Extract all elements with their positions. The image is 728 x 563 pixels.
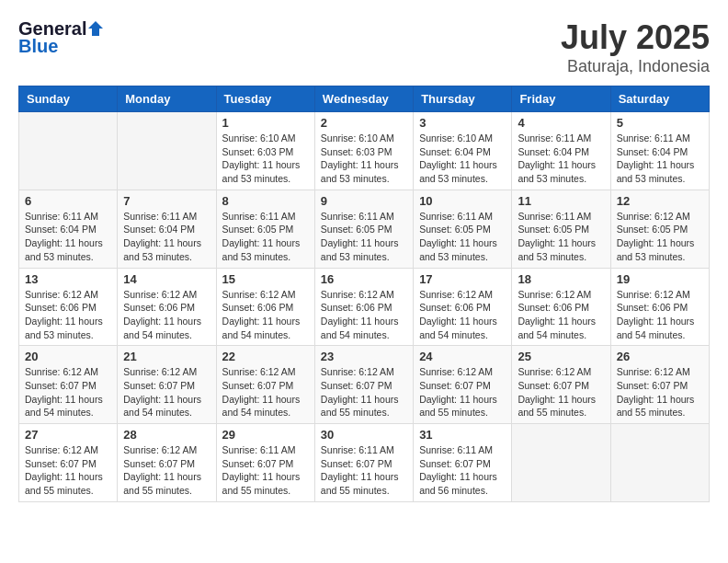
calendar-cell: [118, 112, 216, 190]
weekday-header: Wednesday: [314, 86, 413, 112]
svg-marker-0: [88, 21, 103, 36]
day-number: 26: [617, 350, 703, 363]
day-info: Sunrise: 6:12 AM Sunset: 6:07 PM Dayligh…: [123, 365, 210, 419]
day-info: Sunrise: 6:11 AM Sunset: 6:05 PM Dayligh…: [321, 210, 407, 264]
calendar-cell: 22Sunrise: 6:12 AM Sunset: 6:07 PM Dayli…: [216, 346, 314, 424]
weekday-header: Friday: [512, 86, 610, 112]
calendar-cell: 26Sunrise: 6:12 AM Sunset: 6:07 PM Dayli…: [610, 346, 709, 424]
day-number: 20: [25, 350, 111, 363]
day-number: 2: [321, 116, 407, 130]
calendar-cell: 2Sunrise: 6:10 AM Sunset: 6:03 PM Daylig…: [314, 112, 413, 190]
day-info: Sunrise: 6:12 AM Sunset: 6:06 PM Dayligh…: [222, 288, 309, 342]
calendar-cell: 4Sunrise: 6:11 AM Sunset: 6:04 PM Daylig…: [512, 112, 610, 190]
logo-blue-text: Blue: [18, 36, 103, 57]
day-number: 6: [25, 194, 111, 208]
day-info: Sunrise: 6:12 AM Sunset: 6:07 PM Dayligh…: [321, 365, 407, 419]
calendar-cell: 16Sunrise: 6:12 AM Sunset: 6:06 PM Dayli…: [314, 268, 413, 346]
day-info: Sunrise: 6:11 AM Sunset: 6:07 PM Dayligh…: [419, 443, 506, 498]
day-number: 31: [419, 428, 506, 442]
day-info: Sunrise: 6:12 AM Sunset: 6:07 PM Dayligh…: [25, 443, 111, 498]
day-number: 27: [25, 428, 111, 442]
page-header: General Blue July 2025 Baturaja, Indones…: [18, 18, 710, 76]
day-info: Sunrise: 6:11 AM Sunset: 6:07 PM Dayligh…: [321, 443, 407, 498]
day-info: Sunrise: 6:12 AM Sunset: 6:07 PM Dayligh…: [222, 365, 309, 419]
day-info: Sunrise: 6:11 AM Sunset: 6:04 PM Dayligh…: [518, 132, 604, 186]
day-number: 22: [222, 350, 309, 363]
calendar-cell: 28Sunrise: 6:12 AM Sunset: 6:07 PM Dayli…: [118, 424, 216, 502]
weekday-header: Sunday: [19, 86, 118, 112]
calendar-cell: 20Sunrise: 6:12 AM Sunset: 6:07 PM Dayli…: [19, 346, 118, 424]
day-info: Sunrise: 6:12 AM Sunset: 6:06 PM Dayligh…: [518, 288, 604, 342]
day-number: 12: [617, 194, 703, 208]
day-info: Sunrise: 6:11 AM Sunset: 6:04 PM Dayligh…: [617, 132, 703, 186]
calendar-cell: 6Sunrise: 6:11 AM Sunset: 6:04 PM Daylig…: [19, 190, 118, 268]
calendar-cell: 10Sunrise: 6:11 AM Sunset: 6:05 PM Dayli…: [414, 190, 512, 268]
day-info: Sunrise: 6:12 AM Sunset: 6:06 PM Dayligh…: [419, 288, 506, 342]
calendar-title: July 2025: [561, 18, 710, 57]
weekday-header: Saturday: [610, 86, 709, 112]
day-info: Sunrise: 6:12 AM Sunset: 6:06 PM Dayligh…: [123, 288, 210, 342]
calendar-week-row: 6Sunrise: 6:11 AM Sunset: 6:04 PM Daylig…: [19, 190, 710, 268]
day-number: 4: [518, 116, 604, 130]
day-info: Sunrise: 6:11 AM Sunset: 6:07 PM Dayligh…: [222, 443, 309, 498]
day-number: 3: [419, 116, 506, 130]
day-number: 1: [222, 116, 309, 130]
day-info: Sunrise: 6:10 AM Sunset: 6:03 PM Dayligh…: [222, 132, 309, 186]
day-info: Sunrise: 6:11 AM Sunset: 6:04 PM Dayligh…: [123, 210, 210, 264]
day-info: Sunrise: 6:10 AM Sunset: 6:04 PM Dayligh…: [419, 132, 506, 186]
day-number: 14: [123, 272, 210, 286]
day-info: Sunrise: 6:11 AM Sunset: 6:05 PM Dayligh…: [222, 210, 309, 264]
calendar-cell: 18Sunrise: 6:12 AM Sunset: 6:06 PM Dayli…: [512, 268, 610, 346]
day-info: Sunrise: 6:12 AM Sunset: 6:05 PM Dayligh…: [617, 210, 703, 264]
calendar-cell: 7Sunrise: 6:11 AM Sunset: 6:04 PM Daylig…: [118, 190, 216, 268]
calendar-week-row: 13Sunrise: 6:12 AM Sunset: 6:06 PM Dayli…: [19, 268, 710, 346]
calendar-table: SundayMondayTuesdayWednesdayThursdayFrid…: [18, 86, 710, 502]
calendar-cell: 1Sunrise: 6:10 AM Sunset: 6:03 PM Daylig…: [216, 112, 314, 190]
day-number: 16: [321, 272, 407, 286]
day-number: 9: [321, 194, 407, 208]
calendar-cell: 21Sunrise: 6:12 AM Sunset: 6:07 PM Dayli…: [118, 346, 216, 424]
calendar-cell: 24Sunrise: 6:12 AM Sunset: 6:07 PM Dayli…: [414, 346, 512, 424]
day-number: 24: [419, 350, 506, 363]
day-number: 10: [419, 194, 506, 208]
day-info: Sunrise: 6:11 AM Sunset: 6:05 PM Dayligh…: [419, 210, 506, 264]
day-info: Sunrise: 6:12 AM Sunset: 6:07 PM Dayligh…: [25, 365, 111, 419]
calendar-cell: 3Sunrise: 6:10 AM Sunset: 6:04 PM Daylig…: [414, 112, 512, 190]
day-info: Sunrise: 6:11 AM Sunset: 6:04 PM Dayligh…: [25, 210, 111, 264]
day-info: Sunrise: 6:12 AM Sunset: 6:07 PM Dayligh…: [518, 365, 604, 419]
title-section: July 2025 Baturaja, Indonesia: [561, 18, 710, 76]
calendar-cell: 25Sunrise: 6:12 AM Sunset: 6:07 PM Dayli…: [512, 346, 610, 424]
day-number: 8: [222, 194, 309, 208]
calendar-cell: 27Sunrise: 6:12 AM Sunset: 6:07 PM Dayli…: [19, 424, 118, 502]
calendar-cell: 23Sunrise: 6:12 AM Sunset: 6:07 PM Dayli…: [314, 346, 413, 424]
day-info: Sunrise: 6:12 AM Sunset: 6:06 PM Dayligh…: [25, 288, 111, 342]
day-number: 17: [419, 272, 506, 286]
day-number: 15: [222, 272, 309, 286]
day-number: 21: [123, 350, 210, 363]
calendar-cell: 12Sunrise: 6:12 AM Sunset: 6:05 PM Dayli…: [610, 190, 709, 268]
day-info: Sunrise: 6:11 AM Sunset: 6:05 PM Dayligh…: [518, 210, 604, 264]
day-number: 23: [321, 350, 407, 363]
day-number: 30: [321, 428, 407, 442]
calendar-cell: 9Sunrise: 6:11 AM Sunset: 6:05 PM Daylig…: [314, 190, 413, 268]
logo: General Blue: [18, 18, 103, 57]
calendar-cell: 29Sunrise: 6:11 AM Sunset: 6:07 PM Dayli…: [216, 424, 314, 502]
day-number: 5: [617, 116, 703, 130]
calendar-cell: 14Sunrise: 6:12 AM Sunset: 6:06 PM Dayli…: [118, 268, 216, 346]
calendar-cell: 17Sunrise: 6:12 AM Sunset: 6:06 PM Dayli…: [414, 268, 512, 346]
day-number: 13: [25, 272, 111, 286]
calendar-week-row: 1Sunrise: 6:10 AM Sunset: 6:03 PM Daylig…: [19, 112, 710, 190]
calendar-cell: 13Sunrise: 6:12 AM Sunset: 6:06 PM Dayli…: [19, 268, 118, 346]
day-number: 7: [123, 194, 210, 208]
calendar-subtitle: Baturaja, Indonesia: [561, 57, 710, 76]
logo-arrow-icon: [88, 21, 103, 36]
calendar-cell: 30Sunrise: 6:11 AM Sunset: 6:07 PM Dayli…: [314, 424, 413, 502]
day-number: 29: [222, 428, 309, 442]
calendar-cell: 11Sunrise: 6:11 AM Sunset: 6:05 PM Dayli…: [512, 190, 610, 268]
weekday-header: Monday: [118, 86, 216, 112]
day-number: 18: [518, 272, 604, 286]
weekday-header: Thursday: [414, 86, 512, 112]
day-info: Sunrise: 6:12 AM Sunset: 6:07 PM Dayligh…: [617, 365, 703, 419]
day-info: Sunrise: 6:12 AM Sunset: 6:07 PM Dayligh…: [419, 365, 506, 419]
day-info: Sunrise: 6:12 AM Sunset: 6:07 PM Dayligh…: [123, 443, 210, 498]
